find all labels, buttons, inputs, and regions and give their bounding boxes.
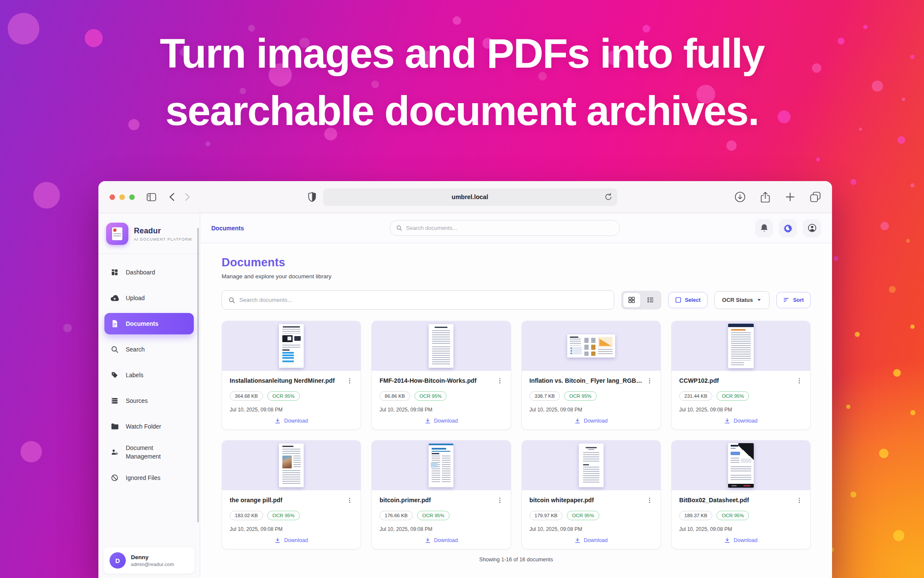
- more-options-button[interactable]: [796, 377, 803, 386]
- app-name: Readur: [134, 226, 192, 235]
- topbar-search[interactable]: [390, 220, 620, 236]
- theme-toggle-button[interactable]: [779, 219, 797, 237]
- address-bar[interactable]: umbrel.local: [323, 188, 617, 206]
- download-link[interactable]: Download: [379, 418, 503, 424]
- download-icon: [425, 537, 431, 543]
- kebab-menu-icon: [497, 378, 503, 384]
- document-date: Jul 10, 2025, 09:08 PM: [679, 526, 803, 532]
- document-title: CCWP102.pdf: [679, 377, 719, 384]
- browser-window: umbrel.local: [98, 181, 832, 578]
- more-options-button[interactable]: [646, 377, 653, 386]
- document-card[interactable]: bitcoin whitepaper.pdf 179.97 KB OCR 95%…: [521, 440, 661, 549]
- documents-search-input[interactable]: [240, 297, 607, 303]
- more-options-button[interactable]: [796, 497, 803, 505]
- document-card[interactable]: Inflation vs. Bitcoin_ Flyer lang_RGB.pd…: [521, 321, 661, 430]
- sidebar-item-search[interactable]: Search: [104, 339, 194, 360]
- breadcrumb[interactable]: Documents: [211, 225, 244, 232]
- sidebar-toggle-icon[interactable]: [147, 193, 156, 201]
- document-title: FMF-2014-How-Bitcoin-Works.pdf: [379, 377, 477, 384]
- download-icon: [724, 418, 730, 424]
- download-link[interactable]: Download: [379, 537, 503, 543]
- list-view-button[interactable]: [642, 292, 660, 308]
- sidebar-item-label: Documents: [126, 319, 158, 328]
- document-thumbnail: [372, 441, 510, 490]
- hero-line-1: Turn images and PDFs into fully: [0, 25, 924, 82]
- more-options-button[interactable]: [646, 497, 653, 505]
- downloads-icon[interactable]: [734, 191, 746, 203]
- minimize-window-button[interactable]: [119, 194, 125, 200]
- download-link[interactable]: Download: [530, 418, 653, 424]
- account-button[interactable]: [803, 219, 821, 237]
- documents-search[interactable]: [222, 290, 614, 310]
- tab-overview-icon[interactable]: [810, 191, 821, 203]
- download-label: Download: [434, 537, 458, 543]
- document-card[interactable]: BitBox02_Datasheet.pdf 189.37 KB OCR 95%…: [671, 440, 811, 549]
- sidebar-item-document-management[interactable]: Document Management: [104, 441, 194, 463]
- zoom-window-button[interactable]: [129, 194, 135, 200]
- document-card[interactable]: bitcoin.primer.pdf 176.66 KB OCR 95% Jul…: [371, 440, 511, 549]
- document-card[interactable]: FMF-2014-How-Bitcoin-Works.pdf 86.86 KB …: [371, 321, 511, 430]
- download-link[interactable]: Download: [679, 537, 803, 543]
- file-size-badge: 86.86 KB: [379, 391, 410, 401]
- checkbox-icon: [675, 297, 681, 303]
- document-card[interactable]: Installationsanleitung NerdMiner.pdf 364…: [222, 321, 361, 430]
- grid-view-button[interactable]: [623, 292, 641, 308]
- privacy-shield-icon[interactable]: [308, 192, 316, 202]
- document-card[interactable]: CCWP102.pdf 231.44 KB OCR 95% Jul 10, 20…: [671, 321, 811, 430]
- notifications-button[interactable]: [755, 219, 773, 237]
- share-icon[interactable]: [760, 191, 770, 203]
- download-link[interactable]: Download: [230, 537, 353, 543]
- sidebar-item-upload[interactable]: Upload: [104, 287, 194, 309]
- sidebar-item-dashboard[interactable]: Dashboard: [104, 262, 194, 283]
- view-toggle-group: [621, 291, 661, 310]
- forward-icon[interactable]: [185, 193, 190, 201]
- user-card[interactable]: D Denny admin@readur.com: [104, 547, 195, 574]
- sidebar-item-sources[interactable]: Sources: [104, 390, 194, 411]
- browser-toolbar: umbrel.local: [98, 181, 832, 213]
- more-options-button[interactable]: [346, 377, 353, 386]
- hero-headline: Turn images and PDFs into fully searchab…: [0, 25, 924, 140]
- sources-icon: [110, 397, 119, 405]
- search-icon: [396, 225, 402, 231]
- document-thumbnail: [672, 441, 810, 490]
- download-link[interactable]: Download: [679, 418, 803, 424]
- sidebar-item-labels[interactable]: Labels: [104, 364, 194, 386]
- page-title: Documents: [222, 256, 811, 269]
- close-window-button[interactable]: [110, 194, 115, 200]
- address-bar-url: umbrel.local: [452, 194, 488, 200]
- download-link[interactable]: Download: [230, 418, 353, 424]
- download-link[interactable]: Download: [530, 537, 653, 543]
- hero-line-2: searchable document archives.: [0, 82, 924, 140]
- sidebar-item-ignored-files[interactable]: Ignored Files: [104, 467, 194, 489]
- document-date: Jul 10, 2025, 09:08 PM: [379, 526, 503, 532]
- more-options-button[interactable]: [346, 497, 353, 505]
- back-icon[interactable]: [169, 193, 175, 201]
- sort-button[interactable]: Sort: [776, 292, 811, 308]
- sidebar-item-label: Dashboard: [126, 268, 155, 277]
- download-label: Download: [284, 418, 308, 424]
- download-label: Download: [734, 418, 758, 424]
- sidebar-item-watch-folder[interactable]: Watch Folder: [104, 416, 194, 437]
- file-size-badge: 183.02 KB: [230, 511, 263, 520]
- document-management-icon: [110, 448, 119, 456]
- new-tab-icon[interactable]: [785, 192, 795, 202]
- topbar-search-input[interactable]: [406, 225, 613, 231]
- more-options-button[interactable]: [497, 377, 503, 386]
- document-card[interactable]: the orange pill.pdf 183.02 KB OCR 95% Ju…: [222, 440, 361, 549]
- ocr-status-filter[interactable]: OCR Status: [714, 291, 770, 309]
- ocr-status-badge: OCR 95%: [417, 511, 450, 520]
- app-sidebar: Readur AI DOCUMENT PLATFORM Dashboard Up…: [98, 213, 200, 578]
- sidebar-item-label: Search: [126, 345, 145, 354]
- sidebar-item-documents[interactable]: Documents: [104, 313, 194, 334]
- ocr-status-badge: OCR 95%: [564, 391, 597, 401]
- more-options-button[interactable]: [497, 497, 503, 505]
- sidebar-scrollbar[interactable]: [197, 228, 199, 522]
- sidebar-item-label: Labels: [126, 371, 143, 379]
- document-thumbnail: [372, 321, 510, 371]
- download-icon: [275, 537, 281, 543]
- reload-icon[interactable]: [605, 193, 612, 202]
- select-button[interactable]: Select: [668, 292, 708, 308]
- user-email: admin@readur.com: [131, 562, 174, 567]
- account-icon: [808, 223, 817, 232]
- document-title: BitBox02_Datasheet.pdf: [679, 497, 749, 504]
